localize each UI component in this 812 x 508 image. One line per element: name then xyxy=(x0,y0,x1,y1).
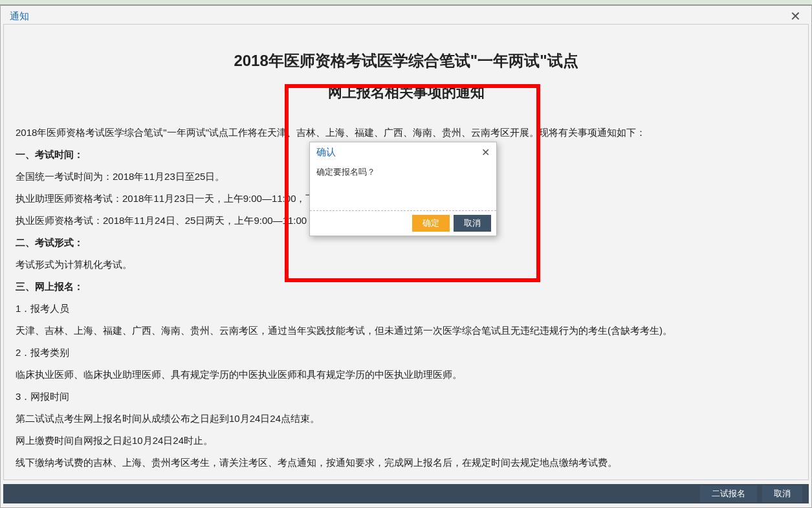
main-title: 2018年医师资格考试医学综合笔试"一年两试"试点 xyxy=(16,50,796,71)
dialog-close-icon[interactable]: ✕ xyxy=(481,148,490,158)
para-reg-1: 1．报考人员 xyxy=(16,299,796,318)
para-reg-2: 2．报考类别 xyxy=(16,343,796,362)
para-reg-2b: 临床执业医师、临床执业助理医师、具有规定学历的中医执业医师和具有规定学历的中医执… xyxy=(16,365,796,384)
dialog-title: 确认 xyxy=(316,146,336,159)
notice-header: 通知 ✕ xyxy=(1,6,811,24)
dialog-footer: 确定 取消 xyxy=(310,210,496,236)
dialog-header: 确认 ✕ xyxy=(310,142,496,161)
para-reg-3d: 线下缴纳考试费的吉林、上海、贵州考区考生，请关注考区、考点通知，按通知要求，完成… xyxy=(16,453,796,472)
para-reg-3c: 网上缴费时间自网报之日起10月24日24时止。 xyxy=(16,431,796,450)
cancel-button[interactable]: 取消 xyxy=(762,485,802,502)
footer-bar: 二试报名 取消 xyxy=(3,484,809,503)
confirm-dialog: 确认 ✕ 确定要报名吗？ 确定 取消 xyxy=(309,142,497,236)
sub-title: 网上报名相关事项的通知 xyxy=(16,83,796,102)
para-reg-3: 3．网报时间 xyxy=(16,387,796,406)
notice-body-wrap: 2018年医师资格考试医学综合笔试"一年两试"试点 网上报名相关事项的通知 20… xyxy=(3,24,809,480)
dialog-message: 确定要报名吗？ xyxy=(310,161,496,210)
heading-register: 三、网上报名： xyxy=(16,277,796,296)
register-button[interactable]: 二试报名 xyxy=(700,485,757,502)
para-reg-1b: 天津、吉林、上海、福建、广西、海南、贵州、云南考区，通过当年实践技能考试，但未通… xyxy=(16,321,796,340)
confirm-button[interactable]: 确定 xyxy=(412,215,450,232)
para-intro: 2018年医师资格考试医学综合笔试"一年两试"试点工作将在天津、吉林、上海、福建… xyxy=(16,123,796,142)
para-form: 考试形式为计算机化考试。 xyxy=(16,255,796,274)
para-reg-3e: 考生无须再进行现场审核。 xyxy=(16,475,796,480)
notice-window-title: 通知 xyxy=(10,10,29,23)
notice-window: 通知 ✕ 2018年医师资格考试医学综合笔试"一年两试"试点 网上报名相关事项的… xyxy=(0,5,812,508)
close-icon[interactable]: ✕ xyxy=(787,10,804,23)
browser-top-fragment xyxy=(0,0,812,5)
notice-body[interactable]: 2018年医师资格考试医学综合笔试"一年两试"试点 网上报名相关事项的通知 20… xyxy=(4,25,808,480)
para-reg-3b: 第二试试点考生网上报名时间从成绩公布之日起到10月24日24点结束。 xyxy=(16,409,796,428)
dialog-cancel-button[interactable]: 取消 xyxy=(454,215,491,232)
